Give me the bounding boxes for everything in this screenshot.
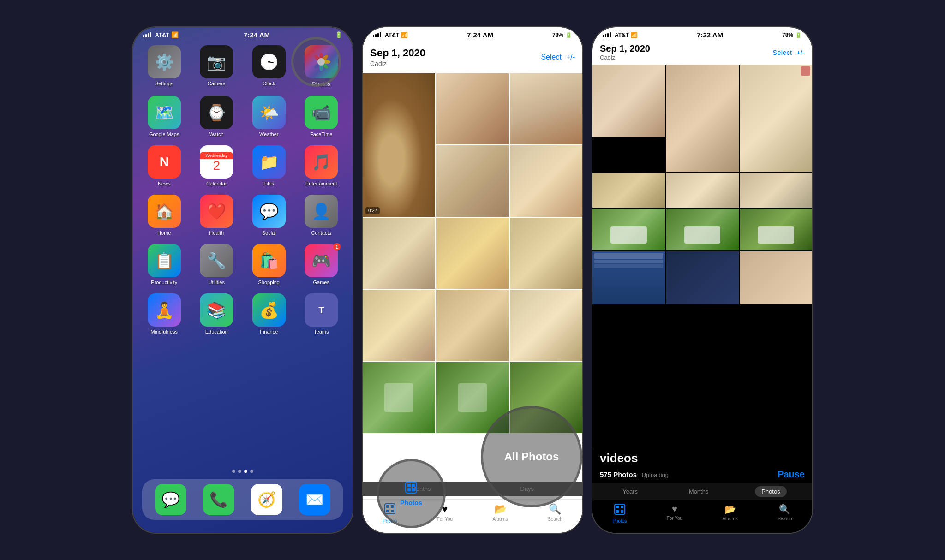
weather-label: Weather	[259, 131, 278, 137]
productivity-icon: 📋	[148, 244, 181, 277]
plus-minus-button-3[interactable]: +/-	[796, 48, 805, 56]
app-settings[interactable]: ⚙️ Settings	[142, 45, 186, 88]
settings-label: Settings	[155, 81, 173, 86]
news-label: News	[158, 181, 171, 186]
tab-foryou-3[interactable]: ♥ For You	[667, 504, 682, 524]
page-dot-3	[244, 470, 247, 473]
app-camera[interactable]: 📷 Camera	[195, 45, 239, 88]
status-right: 🔋	[335, 31, 342, 38]
news-icon: N	[148, 145, 181, 179]
app-home[interactable]: 🏠 Home	[142, 195, 186, 236]
app-mindfulness[interactable]: 🧘 Mindfulness	[142, 293, 186, 334]
tab-albums-2[interactable]: 📂 Albums	[492, 503, 508, 524]
app-maps[interactable]: 🗺️ Google Maps	[142, 96, 186, 137]
app-games[interactable]: 🎮 1 Games	[299, 244, 344, 285]
tab-photos-3[interactable]: Photos	[612, 504, 627, 524]
app-watch[interactable]: ⌚ Watch	[195, 96, 239, 137]
plus-minus-button-2[interactable]: +/-	[566, 53, 575, 61]
utilities-icon: 🔧	[200, 244, 233, 277]
app-photos[interactable]: Photos	[299, 45, 344, 88]
safari-dock-icon: 🧭	[251, 484, 282, 515]
photo-girl-1[interactable]	[436, 73, 508, 144]
pause-button[interactable]: Pause	[778, 469, 805, 480]
p3-green-1[interactable]	[592, 209, 665, 250]
select-button-3[interactable]: Select	[772, 48, 792, 56]
app-productivity[interactable]: 📋 Productivity	[142, 244, 186, 285]
app-social[interactable]: 💬 Social	[247, 195, 291, 236]
carrier-label: AT&T	[155, 32, 169, 38]
app-clock[interactable]: Clock	[247, 45, 291, 88]
photo-grid-3	[592, 65, 812, 304]
photo-girl-2[interactable]	[510, 73, 582, 144]
teams-icon: T	[305, 293, 338, 327]
p3-photo-3[interactable]	[740, 65, 812, 172]
p3-photo-1[interactable]	[592, 65, 665, 137]
photo-girl-5[interactable]	[363, 218, 435, 289]
clock-label: Clock	[263, 81, 275, 86]
photo-girl-7[interactable]	[510, 218, 582, 289]
app-files[interactable]: 📁 Files	[247, 145, 291, 186]
photo-dog[interactable]: 0:27	[363, 73, 435, 217]
photo-girl-3[interactable]	[436, 145, 508, 216]
signal-bars-2	[373, 32, 381, 37]
app-weather[interactable]: 🌤️ Weather	[247, 96, 291, 137]
select-button-2[interactable]: Select	[541, 53, 561, 61]
photo-green-1[interactable]	[363, 362, 435, 433]
photos-date-3: Sep 1, 2020	[600, 43, 650, 54]
status-left: AT&T 📶	[143, 31, 179, 38]
photo-girl-9[interactable]	[436, 290, 508, 361]
dock-phone[interactable]: 📞	[203, 484, 234, 515]
camera-icon: 📷	[200, 45, 233, 78]
maps-label: Google Maps	[149, 131, 179, 137]
view-tab-photos-3-active[interactable]: Photos	[755, 486, 786, 497]
app-news[interactable]: N News	[142, 145, 186, 186]
app-contacts[interactable]: 👤 Contacts	[299, 195, 344, 236]
time-display-2: 7:24 AM	[467, 31, 493, 39]
social-icon: 💬	[252, 195, 286, 228]
dock-mail[interactable]: ✉️	[299, 484, 330, 515]
view-tab-years-3[interactable]: Years	[618, 486, 642, 497]
all-photos-circle[interactable]: All Photos	[481, 406, 582, 507]
finance-label: Finance	[260, 329, 278, 334]
video-duration: 0:27	[365, 207, 380, 214]
teams-label: Teams	[314, 329, 329, 334]
p3-screen-2[interactable]	[666, 251, 738, 304]
photos-tab-circle[interactable]: Photos	[377, 459, 446, 528]
maps-icon: 🗺️	[148, 96, 181, 129]
battery-icon: 🔋	[335, 31, 342, 38]
dock-messages[interactable]: 💬	[155, 484, 186, 515]
tab-search-3[interactable]: 🔍 Search	[778, 504, 792, 524]
p3-photo-6[interactable]	[740, 173, 812, 208]
tab-search-2[interactable]: 🔍 Search	[548, 503, 562, 524]
home-label: Home	[157, 230, 171, 236]
p3-green-3[interactable]	[740, 209, 812, 250]
app-facetime[interactable]: 📹 FaceTime	[299, 96, 344, 137]
tab-foryou-label-3: For You	[667, 516, 682, 521]
p3-photo-4[interactable]	[592, 173, 665, 208]
photo-girl-10[interactable]	[510, 290, 582, 361]
app-calendar[interactable]: Wednesday 2 Calendar	[195, 145, 239, 186]
p3-green-2[interactable]	[666, 209, 738, 250]
p3-screen-1[interactable]	[592, 251, 665, 304]
videos-text-section: videos	[592, 447, 812, 467]
weather-icon: 🌤️	[252, 96, 286, 129]
dock-safari[interactable]: 🧭	[251, 484, 282, 515]
tab-photos-label-3: Photos	[612, 518, 627, 524]
p3-photo-last[interactable]	[740, 251, 812, 304]
app-entertainment[interactable]: 🎵 Entertainment	[299, 145, 344, 186]
calendar-label: Calendar	[206, 181, 227, 186]
photo-girl-4[interactable]	[510, 145, 582, 216]
p3-photo-2[interactable]	[666, 65, 738, 172]
app-education[interactable]: 📚 Education	[195, 293, 239, 334]
app-health[interactable]: ❤️ Health	[195, 195, 239, 236]
app-shopping[interactable]: 🛍️ Shopping	[247, 244, 291, 285]
p3-photo-5[interactable]	[666, 173, 738, 208]
header-buttons-3: Select +/-	[772, 48, 805, 56]
view-tab-months-3[interactable]: Months	[684, 486, 713, 497]
photo-girl-8[interactable]	[363, 290, 435, 361]
app-utilities[interactable]: 🔧 Utilities	[195, 244, 239, 285]
photo-girl-6[interactable]	[436, 218, 508, 289]
app-teams[interactable]: T Teams	[299, 293, 344, 334]
app-finance[interactable]: 💰 Finance	[247, 293, 291, 334]
tab-albums-3[interactable]: 📂 Albums	[722, 504, 737, 524]
